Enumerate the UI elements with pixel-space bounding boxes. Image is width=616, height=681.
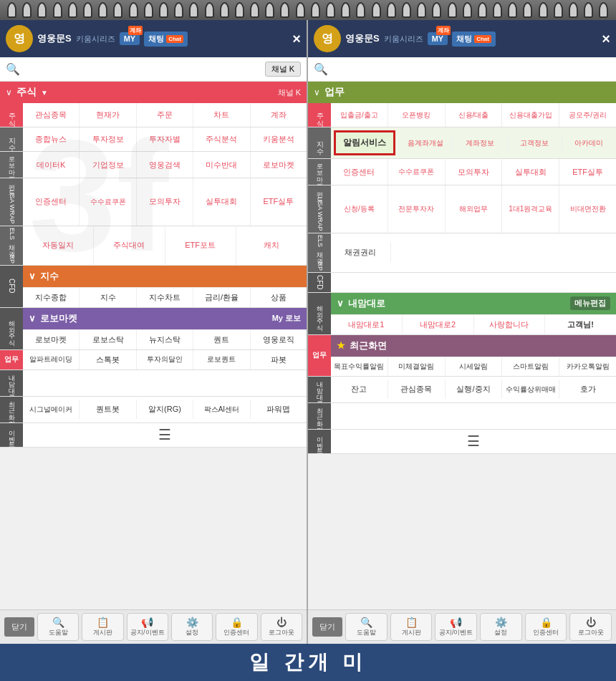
menu-item[interactable]: 전문투자자 — [388, 185, 446, 233]
menu-item[interactable]: 모의투자 — [446, 159, 503, 185]
menu-item[interactable]: 데이터K — [23, 152, 80, 178]
menu-item[interactable]: 투자정보 — [80, 127, 136, 151]
menu-item[interactable]: 채권권리 — [331, 243, 391, 262]
menu-item[interactable]: 지수 — [80, 288, 136, 307]
menu-item[interactable]: 뉴지스탁 — [137, 330, 193, 349]
toolbar-logout-right[interactable]: ⏻로그아웃 — [569, 613, 612, 641]
hamburger-icon-right[interactable]: ☰ — [467, 433, 480, 450]
menu-item[interactable]: 수수료쿠폰 — [80, 178, 136, 226]
menu-item[interactable]: 로보마켓 — [23, 330, 80, 349]
menu-item[interactable]: 지수종합 — [23, 288, 80, 307]
menu-item[interactable]: 인증센터 — [331, 159, 388, 185]
menu-item[interactable]: 영웅검색 — [137, 152, 193, 178]
menu-item[interactable]: 로보퀀트 — [193, 350, 250, 370]
menu-item[interactable]: ETF포트 — [165, 226, 236, 265]
toolbar-notice-right[interactable]: 📢공지/이벤트 — [435, 613, 477, 641]
menu-item[interactable]: 현재가 — [80, 103, 136, 127]
menu-item[interactable]: 알지(RG) — [137, 400, 193, 419]
channel-btn-left[interactable]: 채널 K — [265, 62, 301, 77]
menu-item[interactable]: 주식분석 — [193, 127, 250, 151]
menu-item[interactable]: 목표수익률알림 — [331, 357, 388, 376]
menu-item[interactable]: 키움분석 — [251, 127, 307, 151]
menu-item[interactable]: 알파트레이딩 — [23, 350, 80, 370]
toolbar-settings-left[interactable]: ⚙️설정 — [171, 613, 213, 641]
chat-badge-left[interactable]: 채팅 Chat — [144, 32, 188, 47]
toolbar-help-right[interactable]: 🔍도움말 — [345, 613, 388, 641]
menu-item[interactable]: 금리/환율 — [193, 288, 250, 307]
menu-item[interactable]: 수익률상위매매 — [502, 380, 559, 399]
menu-item[interactable]: 고객정보 — [508, 135, 562, 151]
menu-item[interactable]: 스마트알림 — [502, 357, 559, 376]
menu-item[interactable]: 계좌 — [251, 103, 307, 127]
menu-item[interactable]: 계좌정보 — [453, 135, 507, 151]
menu-item[interactable]: ETF실투 — [559, 159, 616, 185]
my-badge-left[interactable]: MY 계좌 — [120, 32, 140, 45]
menu-item[interactable]: 시그널메이커 — [23, 400, 80, 419]
menu-item[interactable]: 실행/중지 — [446, 380, 503, 399]
menu-item[interactable]: 캐치 — [236, 226, 307, 265]
menu-item[interactable]: 오픈뱅킹 — [388, 103, 446, 127]
toolbar-settings-right[interactable]: ⚙️설정 — [480, 613, 522, 641]
menu-item[interactable]: 파워맵 — [251, 400, 307, 419]
menu-item[interactable]: 주식대여 — [94, 226, 165, 265]
my-badge-right[interactable]: MY 계좌 — [428, 32, 448, 45]
menu-item[interactable]: 투자의달인 — [137, 350, 193, 370]
menu-item[interactable]: 내맘대로2 — [403, 315, 474, 334]
close-button-right[interactable]: × — [602, 31, 610, 47]
menu-item[interactable]: 비대면전환 — [559, 185, 616, 233]
toolbar-help-left[interactable]: 🔍도움말 — [37, 613, 79, 641]
menu-item[interactable]: 공모주/권리 — [559, 103, 616, 127]
menu-item[interactable]: 종합뉴스 — [23, 127, 80, 151]
menu-item[interactable]: 지수차트 — [137, 288, 193, 307]
toolbar-auth-left[interactable]: 🔒인증센터 — [216, 613, 257, 641]
menu-item[interactable]: ETF실투 — [251, 178, 307, 226]
toolbar-notice-left[interactable]: 📢공지/이벤트 — [127, 613, 168, 641]
menu-item[interactable]: 기업정보 — [80, 152, 136, 178]
close-panel-btn-left[interactable]: 닫기 — [4, 617, 34, 637]
menu-item[interactable]: 로보마켓 — [251, 152, 307, 178]
menu-item[interactable]: 입출금/출고 — [331, 103, 388, 127]
menu-item[interactable]: 스톡봇 — [80, 350, 136, 370]
menu-item[interactable]: 해외업무 — [446, 185, 503, 233]
menu-item[interactable]: 음계좌개설 — [398, 135, 453, 151]
menu-item[interactable]: 투자자별 — [137, 127, 193, 151]
menu-item[interactable]: 미체결알림 — [388, 357, 446, 376]
menu-item[interactable]: 모의투자 — [137, 178, 193, 226]
menu-item[interactable]: 시세알림 — [446, 357, 503, 376]
menu-item[interactable]: 상품 — [251, 288, 307, 307]
hamburger-icon[interactable]: ☰ — [158, 426, 171, 443]
alert-service-box[interactable]: 알림서비스 — [334, 130, 395, 155]
menu-item[interactable]: 실투대회 — [502, 159, 559, 185]
menu-item[interactable]: 주문 — [137, 103, 193, 127]
menu-item[interactable]: 신용대출가입 — [502, 103, 559, 127]
menu-item[interactable]: 잔고 — [331, 380, 388, 399]
toolbar-auth-right[interactable]: 🔒인증센터 — [525, 613, 567, 641]
menu-item[interactable]: 관심종목 — [23, 103, 80, 127]
menu-item[interactable]: 신용/대출 — [446, 103, 503, 127]
toolbar-board-right[interactable]: 📋게시판 — [390, 613, 433, 641]
menu-item[interactable]: 퀀트봇 — [80, 400, 136, 419]
menu-item[interactable]: 사랑합니다 — [474, 315, 546, 334]
menu-item[interactable]: 차트 — [193, 103, 250, 127]
menu-item[interactable]: 파봇 — [251, 350, 307, 370]
menu-item[interactable]: 아카데미 — [562, 135, 616, 151]
menu-item[interactable]: 퀀트 — [193, 330, 250, 349]
menu-item[interactable]: 신청/등록 — [331, 185, 388, 233]
menu-item[interactable]: 인증센터 — [23, 178, 80, 226]
menu-item[interactable]: 로보스탁 — [80, 330, 136, 349]
close-panel-btn-right[interactable]: 닫기 — [312, 617, 342, 637]
menu-item[interactable]: 영웅로직 — [251, 330, 307, 349]
menu-item[interactable]: 카카오톡알림 — [559, 357, 616, 376]
menu-item[interactable]: 수수료쿠폰 — [388, 159, 446, 185]
toolbar-board-left[interactable]: 📋게시판 — [82, 613, 123, 641]
close-button-left[interactable]: × — [292, 31, 301, 47]
menu-item[interactable]: 관심종목 — [388, 380, 446, 399]
menu-item[interactable]: 자동일지 — [23, 226, 94, 265]
menu-item[interactable]: 고객님! — [545, 315, 616, 334]
menu-item[interactable]: 1대1원격교육 — [502, 185, 559, 233]
naemdaero-edit-btn[interactable]: 메뉴편집 — [570, 296, 610, 310]
menu-item[interactable]: 팍스AI센터 — [193, 400, 250, 419]
menu-item[interactable]: 내맘대로1 — [331, 315, 403, 334]
menu-item[interactable]: 호가 — [559, 380, 616, 399]
toolbar-logout-left[interactable]: ⏻로그아웃 — [261, 613, 302, 641]
